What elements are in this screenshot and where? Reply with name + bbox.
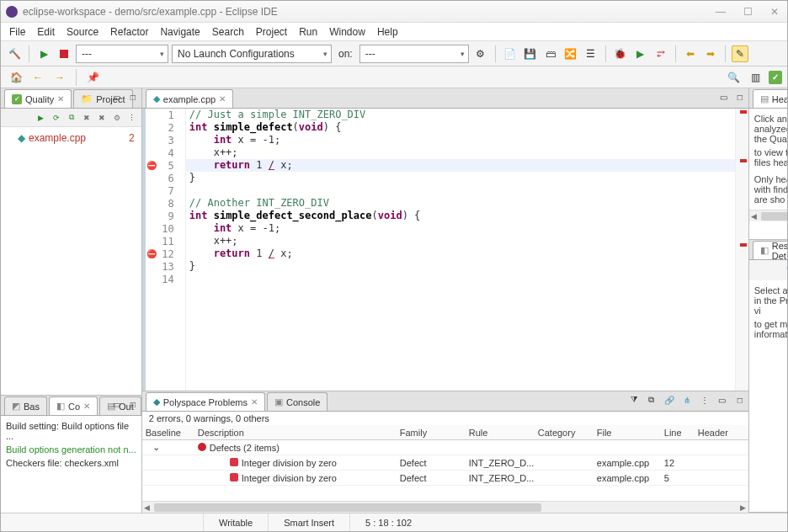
close-icon[interactable]: ✕ xyxy=(219,94,226,104)
new-icon[interactable]: 📄 xyxy=(502,45,519,62)
copy-icon[interactable]: ⧉ xyxy=(645,393,658,407)
maximize-button[interactable]: ☐ xyxy=(740,5,755,19)
menu-run[interactable]: Run xyxy=(299,26,317,38)
back-icon[interactable]: ⬅ xyxy=(682,45,699,62)
menu-refactor[interactable]: Refactor xyxy=(110,26,148,38)
minimize-button[interactable]: — xyxy=(713,5,728,19)
launch-select[interactable]: --- xyxy=(76,45,168,63)
checkers-text: Checkers file: checkers.xml xyxy=(6,456,136,470)
stop-icon[interactable] xyxy=(56,45,72,62)
headers-icon: ▤ xyxy=(760,93,769,104)
quality-tab[interactable]: ✓ Quality ✕ xyxy=(4,89,72,108)
fwd-icon[interactable]: ➡ xyxy=(702,45,719,62)
menu-window[interactable]: Window xyxy=(329,26,365,38)
pin-icon[interactable]: 📌 xyxy=(84,69,101,86)
bas-icon: ◩ xyxy=(12,401,20,412)
filter-icon[interactable]: ⧩ xyxy=(627,393,641,407)
editor-tab-example[interactable]: ◆ example.cpp ✕ xyxy=(146,89,233,108)
headers-tab[interactable]: ▤ Headers ✕ xyxy=(753,89,788,108)
main-toolbar: 🔨 ▶ --- No Launch Configurations on: ---… xyxy=(1,41,787,66)
problems-tab[interactable]: ◆ Polyspace Problems ✕ xyxy=(146,392,265,411)
cfg-tree-icon[interactable]: ⚙ xyxy=(111,112,123,124)
problems-row[interactable]: Integer division by zero Defect INT_ZERO… xyxy=(142,455,748,471)
maximize-pane-icon[interactable]: □ xyxy=(126,397,140,411)
perspective-open-icon[interactable]: ▥ xyxy=(747,69,764,86)
maximize-pane-icon[interactable]: □ xyxy=(733,90,747,104)
menu-icon[interactable]: ⋮ xyxy=(698,393,711,407)
saveall-icon[interactable]: 🗃 xyxy=(542,45,559,62)
result-det-tab[interactable]: ◧ Result Det ✕ xyxy=(753,241,788,259)
co-tab[interactable]: ◧Co✕ xyxy=(49,396,98,415)
home-icon[interactable]: 🏠 xyxy=(8,69,24,86)
build-setting-text: Build setting: Build options file ... xyxy=(6,419,136,443)
run-tree-icon[interactable]: ▶ xyxy=(35,112,47,124)
run-icon[interactable]: ▶ xyxy=(35,45,52,62)
save-icon[interactable]: 💾 xyxy=(522,45,539,62)
build-gen-text: Build options generation not n... xyxy=(6,443,136,456)
minimize-pane-icon[interactable]: ▭ xyxy=(110,90,124,104)
minimize-pane-icon[interactable]: ▭ xyxy=(717,90,731,104)
remove-tree-icon[interactable]: ✖ xyxy=(81,112,93,124)
tree-item-example[interactable]: ◆example.cpp 2 xyxy=(6,130,136,146)
menu-navigate[interactable]: Navigate xyxy=(160,26,200,38)
share-icon[interactable]: ⋔ xyxy=(680,393,694,407)
perspective-icon[interactable]: ✓ xyxy=(769,71,782,84)
close-icon[interactable]: ✕ xyxy=(57,94,64,104)
on-label: on: xyxy=(335,48,356,60)
nav-fwd-icon[interactable]: → xyxy=(51,69,68,86)
menu-file[interactable]: File xyxy=(9,26,25,38)
minimize-pane-icon[interactable]: ▭ xyxy=(110,397,124,411)
window-title: eclipse-workspace - demo/src/example.cpp… xyxy=(23,6,713,18)
headers-help-text: to view that files headers. xyxy=(754,147,788,168)
error-count: 2 xyxy=(129,132,135,144)
eclipse-icon xyxy=(6,6,18,18)
problems-header-row: Baseline Description Family Rule Categor… xyxy=(142,425,748,440)
switch-icon[interactable]: 🔀 xyxy=(562,45,579,62)
menu-project[interactable]: Project xyxy=(256,26,287,38)
bas-tab[interactable]: ◩Bas xyxy=(4,396,47,415)
code-editor[interactable]: 1234⛔567891011⛔121314 // Just a simple I… xyxy=(142,109,748,391)
close-button[interactable]: ✕ xyxy=(767,5,782,19)
refresh-tree-icon[interactable]: ⟳ xyxy=(51,112,62,124)
folder-icon: 📁 xyxy=(81,93,93,104)
menu-tree-icon[interactable]: ⋮ xyxy=(126,112,138,124)
launch-config-select[interactable]: No Launch Configurations xyxy=(172,45,332,63)
highlight-icon[interactable]: ✎ xyxy=(732,45,748,62)
headers-help-text: Only headers with findings are sho xyxy=(754,174,788,205)
launch-target-select[interactable]: --- xyxy=(359,45,469,63)
external-icon[interactable]: ⥂ xyxy=(652,45,669,62)
menu-search[interactable]: Search xyxy=(212,26,244,38)
co-icon: ◧ xyxy=(56,401,65,412)
problems-icon: ◆ xyxy=(153,396,160,407)
build-icon[interactable]: 🔨 xyxy=(6,45,23,62)
gear-icon[interactable]: ⚙ xyxy=(472,45,489,62)
problems-row[interactable]: Integer division by zero Defect INT_ZERO… xyxy=(142,471,748,486)
close-icon[interactable]: ✕ xyxy=(251,397,258,407)
settings-tree-icon[interactable]: ✖ xyxy=(96,112,108,124)
menu-edit[interactable]: Edit xyxy=(37,26,55,38)
toggle-icon[interactable]: ☰ xyxy=(583,45,599,62)
help-icon[interactable]: ? xyxy=(780,262,788,279)
scrollbar-horizontal[interactable]: ◀▶ xyxy=(749,210,788,221)
maximize-pane-icon[interactable]: □ xyxy=(126,90,140,104)
close-icon[interactable]: ✕ xyxy=(83,402,90,411)
copy-tree-icon[interactable]: ⧉ xyxy=(66,112,77,124)
nav-back-icon[interactable]: ← xyxy=(29,69,46,86)
result-det-help-text: Select a finding in the Problems vi xyxy=(754,285,788,316)
run2-icon[interactable]: ▶ xyxy=(632,45,649,62)
link-icon[interactable]: 🔗 xyxy=(663,393,676,407)
problems-group-defects[interactable]: ⌄ Defects (2 items) xyxy=(142,440,748,455)
quality-icon: ✓ xyxy=(12,94,22,104)
console-tab[interactable]: ▣ Console xyxy=(267,392,327,411)
status-insert: Smart Insert xyxy=(268,513,349,531)
minimize-pane-icon[interactable]: ▭ xyxy=(716,393,729,407)
menu-help[interactable]: Help xyxy=(377,26,398,38)
console-icon: ▣ xyxy=(274,396,283,407)
maximize-pane-icon[interactable]: □ xyxy=(733,393,747,407)
debug-icon[interactable]: 🐞 xyxy=(612,45,629,62)
menu-source[interactable]: Source xyxy=(67,26,98,38)
search-icon[interactable]: 🔍 xyxy=(725,69,742,86)
scrollbar-horizontal[interactable]: ◀▶ xyxy=(142,501,748,513)
error-icon xyxy=(230,473,238,481)
status-cursor-pos: 5 : 18 : 102 xyxy=(349,513,427,531)
